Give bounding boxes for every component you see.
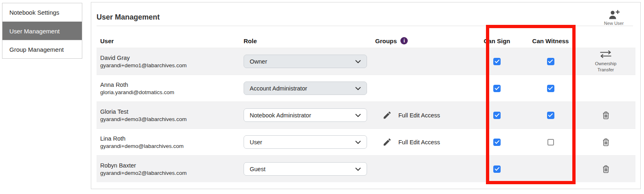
role-select-value: Notebook Administrator: [250, 112, 311, 119]
ownership-transfer-button[interactable]: Ownership Transfer: [591, 50, 621, 73]
role-select[interactable]: Notebook Administrator: [244, 108, 367, 122]
user-name: Anna Roth: [100, 82, 244, 88]
column-header-can-witness: Can Witness: [525, 37, 576, 44]
delete-user-button[interactable]: [601, 137, 611, 147]
can-witness-checkbox[interactable]: [547, 139, 554, 146]
can-witness-checkbox[interactable]: [547, 85, 554, 92]
role-select[interactable]: User: [244, 135, 367, 149]
chevron-down-icon: [355, 58, 361, 65]
can-witness-checkbox[interactable]: [547, 58, 554, 65]
chevron-down-icon: [355, 166, 361, 172]
new-user-button[interactable]: New User: [599, 9, 629, 26]
user-email: gyarandi+demo@labarchives.com: [100, 143, 244, 149]
user-email: gyarandi+demo2@labarchives.com: [100, 170, 244, 176]
table-header-row: User Role Groups i Can Sign Can Witness: [97, 26, 635, 48]
edit-groups-pencil-icon[interactable]: [382, 110, 392, 120]
chevron-down-icon: [355, 112, 361, 119]
settings-sidebar: Notebook Settings User Management Group …: [2, 3, 82, 59]
column-header-can-sign: Can Sign: [469, 37, 525, 44]
add-user-icon: [599, 9, 629, 20]
role-select[interactable]: Account Administrator: [244, 82, 367, 95]
can-sign-checkbox[interactable]: [493, 112, 501, 119]
delete-user-button[interactable]: [601, 110, 611, 120]
role-select[interactable]: Owner: [244, 55, 367, 68]
delete-user-button[interactable]: [601, 164, 611, 174]
role-select-value: Account Administrator: [250, 85, 307, 92]
user-table: User Role Groups i Can Sign Can Witness …: [97, 26, 635, 182]
groups-access-label: Full Edit Access: [398, 112, 440, 119]
user-name: David Gray: [100, 55, 244, 61]
can-sign-checkbox[interactable]: [493, 165, 501, 173]
ownership-transfer-label: Ownership Transfer: [591, 61, 621, 73]
sidebar-item-user-management[interactable]: User Management: [2, 22, 82, 40]
can-sign-checkbox[interactable]: [493, 139, 501, 146]
table-row: Anna Roth gloria.yarandi@dotmatics.com A…: [97, 75, 635, 101]
user-name: Robyn Baxter: [100, 162, 244, 169]
transfer-arrows-icon: [599, 50, 613, 60]
table-row: Gloria Test gyarandi+demo3@labarchives.c…: [97, 101, 635, 128]
user-name: Gloria Test: [100, 108, 244, 115]
can-witness-checkbox[interactable]: [547, 112, 554, 119]
sidebar-item-notebook-settings[interactable]: Notebook Settings: [2, 3, 82, 22]
role-select[interactable]: Guest: [244, 162, 367, 176]
role-select-value: Guest: [250, 166, 266, 172]
user-email: gloria.yarandi@dotmatics.com: [100, 89, 244, 95]
column-header-groups: Groups i: [375, 37, 469, 44]
column-header-user: User: [97, 37, 244, 44]
groups-access-label: Full Edit Access: [398, 139, 440, 146]
groups-header-label: Groups: [375, 37, 397, 44]
user-email: gyarandi+demo3@labarchives.com: [100, 116, 244, 122]
user-email: gyarandi+demo1@labarchives.com: [100, 62, 244, 68]
chevron-down-icon: [355, 139, 361, 146]
can-sign-checkbox[interactable]: [493, 85, 501, 92]
chevron-down-icon: [355, 85, 361, 92]
column-header-role: Role: [244, 37, 375, 44]
can-sign-checkbox[interactable]: [493, 58, 501, 65]
sidebar-item-group-management[interactable]: Group Management: [2, 40, 82, 58]
user-management-panel: User Management New User User Role Group…: [91, 2, 641, 189]
role-select-value: User: [250, 139, 262, 146]
role-select-value: Owner: [250, 58, 267, 65]
new-user-label: New User: [599, 21, 629, 26]
info-icon[interactable]: i: [400, 37, 408, 44]
table-row: Lina Roth gyarandi+demo@labarchives.com …: [97, 128, 635, 155]
table-row: Robyn Baxter gyarandi+demo2@labarchives.…: [97, 155, 635, 182]
page-title: User Management: [97, 13, 160, 22]
edit-groups-pencil-icon[interactable]: [382, 137, 392, 147]
user-name: Lina Roth: [100, 135, 244, 142]
table-row: David Gray gyarandi+demo1@labarchives.co…: [97, 48, 635, 75]
